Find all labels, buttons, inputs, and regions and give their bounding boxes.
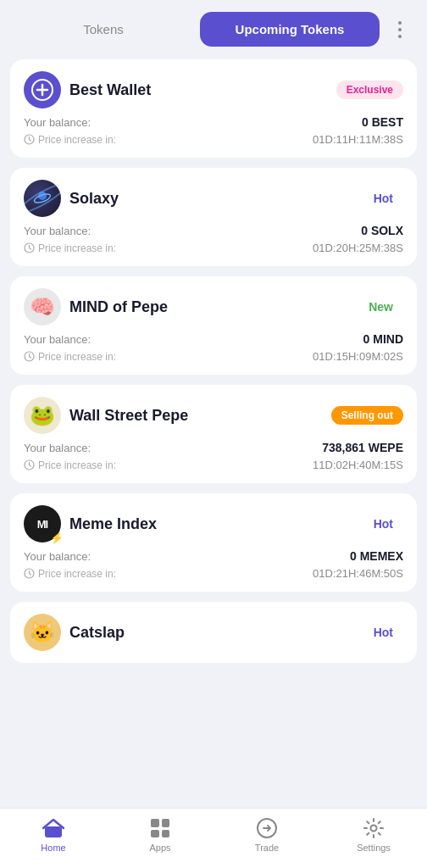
timer-row-wall-street: Price increase in: 11D:02H:40M:15S: [24, 459, 403, 471]
balance-row-mind-pepe: Your balance: 0 MIND: [24, 332, 403, 346]
token-header-wall-street: 🐸 Wall Street Pepe Selling out: [24, 397, 403, 434]
tab-tokens[interactable]: Tokens: [14, 12, 193, 47]
token-name-mind-pepe: MIND of Pepe: [69, 298, 168, 316]
settings-svg-icon: [363, 817, 385, 839]
token-name-best-wallet: Best Wallet: [69, 81, 151, 99]
balance-label-wall-street: Your balance:: [24, 442, 91, 454]
apps-icon: [149, 817, 171, 839]
svg-rect-8: [45, 826, 62, 837]
token-name-meme-index: Meme Index: [69, 515, 157, 533]
token-left-mind-pepe: 🧠 MIND of Pepe: [24, 288, 168, 326]
token-header-meme-index: MI ⚡ Meme Index Hot: [24, 505, 403, 542]
timer-label-meme-index: Price increase in:: [24, 568, 116, 580]
token-card-mind-pepe[interactable]: 🧠 MIND of Pepe New Your balance: 0 MIND …: [10, 276, 417, 375]
balance-row-solaxy: Your balance: 0 SOLX: [24, 224, 403, 237]
badge-best-wallet: Exclusive: [336, 81, 403, 99]
timer-row-best-wallet: Price increase in: 01D:11H:11M:38S: [24, 133, 403, 146]
nav-home[interactable]: Home: [0, 817, 107, 853]
nav-settings-label: Settings: [357, 843, 391, 853]
solaxy-svg-icon: [33, 189, 52, 208]
nav-apps[interactable]: Apps: [107, 817, 214, 853]
solaxy-icon: [24, 180, 61, 217]
nav-trade[interactable]: Trade: [214, 817, 320, 853]
timer-label-mind-pepe: Price increase in:: [24, 351, 116, 363]
lightning-icon: ⚡: [51, 532, 62, 543]
token-card-solaxy[interactable]: Solaxy Hot Your balance: 0 SOLX Price in…: [10, 168, 417, 266]
token-name-solaxy: Solaxy: [69, 190, 119, 208]
token-card-meme-index[interactable]: MI ⚡ Meme Index Hot Your balance: 0 MEME…: [10, 493, 417, 592]
balance-label-solaxy: Your balance:: [24, 225, 91, 237]
timer-value-solaxy: 01D:20H:25M:38S: [313, 242, 403, 254]
timer-value-mind-pepe: 01D:15H:09M:02S: [313, 350, 403, 363]
token-left-wall-street: 🐸 Wall Street Pepe: [24, 397, 188, 434]
svg-point-2: [38, 192, 47, 200]
timer-row-solaxy: Price increase in: 01D:20H:25M:38S: [24, 242, 403, 254]
balance-value-best-wallet: 0 BEST: [362, 115, 403, 129]
token-header-mind-pepe: 🧠 MIND of Pepe New: [24, 288, 403, 326]
token-name-wall-street: Wall Street Pepe: [69, 407, 188, 425]
balance-row-meme-index: Your balance: 0 MEMEX: [24, 549, 403, 563]
token-card-catslap[interactable]: 🐱 Catslap Hot: [10, 602, 417, 663]
apps-grid-icon: [151, 819, 169, 837]
clock-icon: [24, 134, 35, 145]
nav-settings[interactable]: Settings: [320, 817, 427, 853]
clock-icon: [24, 242, 35, 253]
tab-bar: Tokens Upcoming Tokens: [0, 0, 427, 55]
home-icon: [42, 817, 64, 839]
token-left: Best Wallet: [24, 71, 151, 108]
balance-value-mind-pepe: 0 MIND: [363, 332, 403, 346]
trade-svg-icon: [256, 817, 278, 839]
balance-value-solaxy: 0 SOLX: [361, 224, 403, 237]
balance-label-best-wallet: Your balance:: [24, 116, 91, 129]
timer-row-meme-index: Price increase in: 01D:21H:46M:50S: [24, 567, 403, 580]
badge-solaxy: Hot: [363, 188, 403, 209]
token-header-catslap: 🐱 Catslap Hot: [24, 614, 403, 651]
wall-street-icon: 🐸: [24, 397, 61, 434]
nav-home-label: Home: [41, 843, 65, 853]
balance-value-wall-street: 738,861 WEPE: [322, 441, 403, 454]
timer-value-best-wallet: 01D:11H:11M:38S: [313, 133, 403, 146]
best-wallet-icon: [24, 71, 61, 108]
token-card-best-wallet[interactable]: Best Wallet Exclusive Your balance: 0 BE…: [10, 59, 417, 158]
timer-label-best-wallet: Price increase in:: [24, 134, 116, 146]
catslap-icon: 🐱: [24, 614, 61, 651]
token-card-wall-street-pepe[interactable]: 🐸 Wall Street Pepe Selling out Your bala…: [10, 385, 417, 483]
dot2: [398, 28, 402, 31]
balance-value-meme-index: 0 MEMEX: [350, 549, 403, 563]
clock-icon: [24, 568, 35, 579]
nav-trade-label: Trade: [255, 843, 279, 853]
token-list: Best Wallet Exclusive Your balance: 0 BE…: [0, 55, 427, 808]
timer-value-wall-street: 11D:02H:40M:15S: [313, 459, 403, 471]
trade-icon: [256, 817, 278, 839]
dot3: [398, 35, 402, 38]
clock-icon: [24, 351, 35, 362]
settings-icon: [363, 817, 385, 839]
token-name-catslap: Catslap: [69, 624, 125, 642]
bottom-nav: Home Apps Trade Settings: [0, 808, 427, 868]
svg-point-3: [33, 192, 52, 204]
badge-meme-index: Hot: [363, 514, 403, 534]
more-menu-button[interactable]: [386, 21, 413, 38]
balance-row-wall-street: Your balance: 738,861 WEPE: [24, 441, 403, 454]
token-left-catslap: 🐱 Catslap: [24, 614, 125, 651]
token-header-solaxy: Solaxy Hot: [24, 180, 403, 217]
wallet-svg-icon: [31, 79, 53, 101]
timer-label-solaxy: Price increase in:: [24, 242, 116, 254]
token-left-meme-index: MI ⚡ Meme Index: [24, 505, 157, 542]
token-header: Best Wallet Exclusive: [24, 71, 403, 108]
timer-row-mind-pepe: Price increase in: 01D:15H:09M:02S: [24, 350, 403, 363]
timer-label-wall-street: Price increase in:: [24, 459, 116, 471]
dot1: [398, 21, 402, 25]
home-svg-icon: [42, 819, 64, 837]
badge-catslap: Hot: [363, 622, 403, 643]
timer-value-meme-index: 01D:21H:46M:50S: [313, 567, 403, 580]
token-left-solaxy: Solaxy: [24, 180, 119, 217]
balance-label-mind-pepe: Your balance:: [24, 333, 91, 346]
badge-mind-pepe: New: [358, 297, 403, 317]
badge-wall-street: Selling out: [331, 406, 403, 425]
nav-apps-label: Apps: [149, 843, 170, 853]
balance-row-best-wallet: Your balance: 0 BEST: [24, 115, 403, 129]
tab-upcoming[interactable]: Upcoming Tokens: [200, 12, 380, 47]
clock-icon: [24, 459, 35, 470]
svg-point-10: [371, 826, 377, 832]
